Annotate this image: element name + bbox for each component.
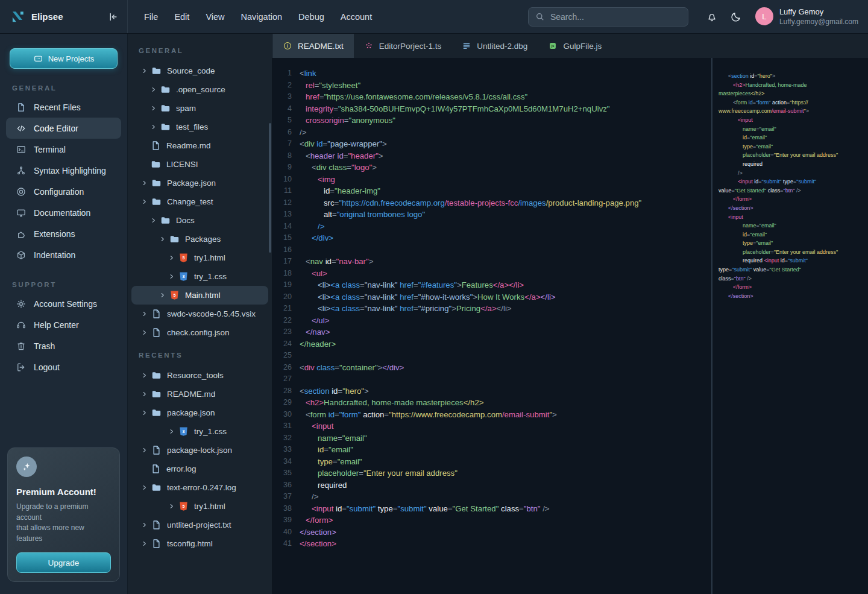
- chevron-right-icon: [141, 180, 151, 187]
- code-line[interactable]: 28<section id="hero">: [272, 385, 711, 397]
- code-line[interactable]: 40</section>: [272, 526, 711, 539]
- new-projects-button[interactable]: New Projects: [10, 48, 118, 69]
- sidebar-item-trash[interactable]: Trash: [6, 335, 121, 356]
- code-pane[interactable]: 1<link2rel="stylesheet"3href="https://us…: [272, 58, 711, 594]
- sidebar-item-syntax-highlighting[interactable]: Syntax Highlighting: [6, 160, 121, 181]
- sidebar-item-account-settings[interactable]: Account Settings: [6, 293, 121, 314]
- tree-item-try1-html[interactable]: 5try1.html: [128, 248, 272, 267]
- tree-item-licensi[interactable]: LICENSI: [128, 155, 272, 174]
- tree-item-main-html[interactable]: 5Main.html: [131, 286, 268, 305]
- tree-item-try-1-css[interactable]: 3try_1.css: [128, 267, 272, 286]
- code-line[interactable]: 2rel="stylesheet": [272, 80, 711, 92]
- code-line[interactable]: 3href="https://use.fontawesome.com/relea…: [272, 91, 711, 103]
- code-line[interactable]: 31<input: [272, 420, 711, 432]
- menu-file[interactable]: File: [144, 12, 158, 22]
- tree-item-package-json[interactable]: Package.json: [128, 174, 272, 192]
- tree-item-resuorce-tools[interactable]: Resuorce_tools: [128, 366, 272, 385]
- search-input[interactable]: Search...: [528, 7, 688, 27]
- code-line[interactable]: 15</div>: [272, 232, 711, 244]
- code-line[interactable]: 33id="email": [272, 444, 711, 456]
- code-line[interactable]: 9<div class="logo">: [272, 162, 711, 174]
- minimap[interactable]: <section id="hero"><h2>Handcrafted, home…: [711, 58, 868, 594]
- tab-untlited-2-dbg[interactable]: Untlited-2.dbg: [451, 34, 538, 58]
- tree-item-test-files[interactable]: test_files: [128, 118, 272, 136]
- sidebar-item-code-editor[interactable]: Code Editor: [6, 118, 121, 139]
- tree-item-try-1-css[interactable]: 3try_1.css: [128, 422, 272, 441]
- user-profile[interactable]: L Luffy Gemoy Luffy.gemoy@gmail.com: [755, 7, 858, 27]
- tree-item-source-code[interactable]: Source_code: [128, 62, 272, 80]
- code-line[interactable]: 10<img: [272, 174, 711, 186]
- code-line[interactable]: 18<ul>: [272, 268, 711, 280]
- sidebar-item-terminal[interactable]: Terminal: [6, 139, 121, 160]
- sidebar-item-logout[interactable]: Logout: [6, 356, 121, 378]
- menu-debug[interactable]: Debug: [298, 12, 324, 22]
- tree-item-packages[interactable]: Packages: [128, 230, 272, 248]
- sidebar-item-recent-files[interactable]: Recent Files: [6, 96, 121, 118]
- code-line[interactable]: 11id="header-img": [272, 185, 711, 197]
- menu-view[interactable]: View: [206, 12, 224, 22]
- code-line[interactable]: 32name="email": [272, 432, 711, 444]
- notifications-bell-icon[interactable]: [706, 11, 718, 23]
- code-line[interactable]: 27: [272, 373, 711, 385]
- tree-item-package-lock-json[interactable]: package-lock.json: [128, 441, 272, 460]
- tree-item-text-error-0-247-log[interactable]: text-error-0.247.log: [128, 478, 272, 497]
- tree-item-try1-html[interactable]: 5try1.html: [128, 497, 272, 516]
- tree-item-docs[interactable]: Docs: [128, 211, 272, 230]
- tab-readme-txt[interactable]: README.txt: [272, 34, 354, 58]
- tree-item-package-json[interactable]: package.json: [128, 403, 272, 422]
- code-line[interactable]: 21<li><a class="nav-link" href="#pricing…: [272, 303, 711, 315]
- tree-item-spam[interactable]: spam: [128, 99, 272, 118]
- tree-item-readme-md[interactable]: README.md: [128, 385, 272, 403]
- sidebar-item-documentation[interactable]: Documentation: [6, 202, 121, 223]
- dark-mode-moon-icon[interactable]: [730, 11, 742, 23]
- code-line[interactable]: 5crossorigin="anonymous": [272, 115, 711, 127]
- code-line[interactable]: 20<li><a class="nav-link" href="#how-it-…: [272, 291, 711, 303]
- code-line[interactable]: 13alt="original trombones logo": [272, 209, 711, 221]
- code-line[interactable]: 16: [272, 244, 711, 256]
- code-line[interactable]: 6/>: [272, 127, 711, 139]
- tree-item-untlited-project-txt[interactable]: untlited-project.txt: [128, 516, 272, 534]
- code-line[interactable]: 30<form id="form" action="https://www.fr…: [272, 409, 711, 421]
- menu-account[interactable]: Account: [341, 12, 372, 22]
- menu-edit[interactable]: Edit: [174, 12, 189, 22]
- code-line[interactable]: 17<nav id="nav-bar">: [272, 256, 711, 268]
- code-line[interactable]: 23</nav>: [272, 326, 711, 338]
- folder-icon: [160, 103, 171, 114]
- code-line[interactable]: 4integrity="sha384-50oBUHEmvpQ+1IW4y57PT…: [272, 103, 711, 115]
- code-line[interactable]: 29<h2>Handcrafted, home-made masterpiece…: [272, 397, 711, 409]
- code-line[interactable]: 8<header id="header">: [272, 150, 711, 162]
- code-line[interactable]: 36required: [272, 479, 711, 491]
- code-line[interactable]: 1<link: [272, 68, 711, 80]
- code-line[interactable]: 7<div id="page-wrapper">: [272, 138, 711, 150]
- sidebar-item-help-center[interactable]: Help Center: [6, 314, 121, 335]
- sidebar-item-configuration[interactable]: Configuration: [6, 181, 121, 202]
- code-line[interactable]: 22</ul>: [272, 315, 711, 327]
- sidebar-item-indentation[interactable]: Indentation: [6, 244, 121, 265]
- tab-editorporject-1-ts[interactable]: EditorPorject-1.ts: [354, 34, 452, 58]
- tree-item-tsconfig-html[interactable]: tsconfig.html: [128, 534, 272, 553]
- code-line[interactable]: 35placeholder="Enter your email address": [272, 467, 711, 479]
- collapse-sidebar-icon[interactable]: [107, 11, 119, 23]
- tab-gulpfile-js[interactable]: jsGulpFile.js: [538, 34, 612, 58]
- tree-item-readme-md[interactable]: Readme.md: [128, 136, 272, 155]
- code-line[interactable]: 12src="https://cdn.freecodecamp.org/test…: [272, 197, 711, 209]
- tree-item-error-log[interactable]: error.log: [128, 460, 272, 478]
- code-line[interactable]: 41</section>: [272, 538, 711, 550]
- code-line[interactable]: 26<div class="container"></div>: [272, 362, 711, 374]
- code-line[interactable]: 38<input id="submit" type="submit" value…: [272, 503, 711, 515]
- code-line[interactable]: 39</form>: [272, 514, 711, 526]
- code-line[interactable]: 34type="email": [272, 456, 711, 468]
- upgrade-button[interactable]: Upgrade: [16, 552, 111, 573]
- sidebar-item-extensions[interactable]: Extensions: [6, 223, 121, 244]
- code-line[interactable]: 14/>: [272, 221, 711, 233]
- tree-item-change-test[interactable]: Change_test: [128, 192, 272, 211]
- file-explorer-scrollbar[interactable]: [269, 123, 271, 253]
- tree-item-check-config-json[interactable]: check.config.json: [128, 323, 272, 342]
- menu-navigation[interactable]: Navigation: [241, 12, 283, 22]
- code-line[interactable]: 37/>: [272, 491, 711, 503]
- tree-item-open-source[interactable]: .open_source: [128, 80, 272, 99]
- code-line[interactable]: 25: [272, 350, 711, 362]
- code-line[interactable]: 19<li><a class="nav-link" href="#feature…: [272, 279, 711, 291]
- code-line[interactable]: 24</header>: [272, 338, 711, 350]
- tree-item-swdc-vscode-0-5-45-vsix[interactable]: swdc-vscode-0.5.45.vsix: [128, 305, 272, 323]
